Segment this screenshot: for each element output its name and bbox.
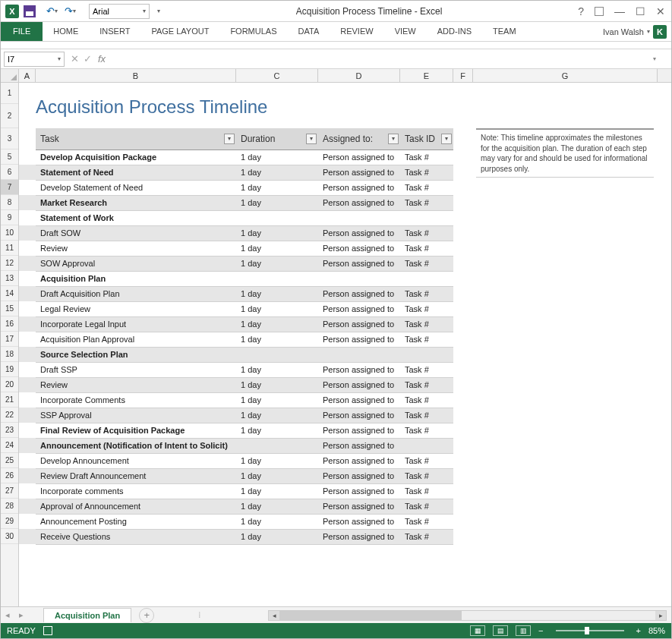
row-header[interactable]: 13	[1, 271, 18, 286]
table-row[interactable]: Review1 dayPerson assigned toTask #	[19, 377, 453, 392]
sheet-nav-next[interactable]: ▸	[14, 610, 28, 620]
table-row[interactable]: Approval of Announcement1 dayPerson assi…	[19, 499, 453, 514]
table-row[interactable]: Develop Announcement1 dayPerson assigned…	[19, 453, 453, 468]
tab-data[interactable]: DATA	[288, 22, 330, 41]
cell-task[interactable]: Receive Questions	[36, 529, 236, 544]
cell-taskid[interactable]: Task #	[400, 514, 453, 529]
cell-taskid[interactable]: Task #	[400, 362, 453, 377]
font-selector[interactable]: Arial ▾	[89, 4, 150, 19]
cell-duration[interactable]: 1 day	[236, 241, 318, 256]
cell-task[interactable]: Announcement Posting	[36, 514, 236, 529]
cell-duration[interactable]: 1 day	[236, 499, 318, 514]
filter-icon[interactable]: ▾	[306, 134, 317, 144]
cell-task[interactable]: Review Draft Announcement	[36, 468, 236, 483]
scroll-right-icon[interactable]: ▸	[655, 611, 666, 620]
cell-task[interactable]: Incorporate comments	[36, 483, 236, 499]
cell-taskid[interactable]: Task #	[400, 468, 453, 483]
cell-taskid[interactable]: Task #	[400, 150, 453, 165]
table-row[interactable]: Draft SOW1 dayPerson assigned toTask #	[19, 225, 453, 241]
cell-task[interactable]: Develop Announcement	[36, 453, 236, 468]
th-assigned[interactable]: Assigned to:▾	[318, 128, 400, 150]
horizontal-scrollbar[interactable]: ◂ ▸	[268, 610, 667, 621]
maximize-button[interactable]: ☐	[636, 5, 645, 17]
cell-task[interactable]: Draft SSP	[36, 362, 236, 377]
col-header-g[interactable]: G	[473, 69, 658, 82]
cell-duration[interactable]: 1 day	[236, 392, 318, 408]
cell-task[interactable]: Develop Acquisition Package	[36, 150, 236, 165]
cell-duration[interactable]: 1 day	[236, 332, 318, 347]
cell-assigned[interactable]	[318, 347, 400, 362]
cell-task[interactable]: Acquisition Plan	[36, 271, 236, 286]
cell-duration[interactable]: 1 day	[236, 256, 318, 271]
cell-assigned[interactable]: Person assigned to	[318, 195, 400, 210]
row-header[interactable]: 25	[1, 453, 18, 468]
table-row[interactable]: Review Draft Announcement1 dayPerson ass…	[19, 468, 453, 483]
cell-assigned[interactable]: Person assigned to	[318, 377, 400, 392]
row-header[interactable]: 23	[1, 423, 18, 438]
filter-icon[interactable]: ▾	[388, 134, 399, 144]
cell-taskid[interactable]	[400, 347, 453, 362]
row-header[interactable]: 21	[1, 392, 18, 408]
table-row[interactable]: SSP Approval1 dayPerson assigned toTask …	[19, 408, 453, 423]
cell-duration[interactable]	[236, 347, 318, 362]
th-duration[interactable]: Duration▾	[236, 128, 318, 150]
zoom-slider[interactable]	[556, 630, 624, 631]
cell-taskid[interactable]: Task #	[400, 256, 453, 271]
cell-task[interactable]: Approval of Announcement	[36, 499, 236, 514]
cell-duration[interactable]: 1 day	[236, 362, 318, 377]
cell-assigned[interactable]: Person assigned to	[318, 453, 400, 468]
col-header-d[interactable]: D	[318, 69, 400, 82]
table-row[interactable]: Final Review of Acquisition Package1 day…	[19, 423, 453, 438]
cell-assigned[interactable]: Person assigned to	[318, 332, 400, 347]
row-header[interactable]: 27	[1, 483, 18, 499]
cell-task[interactable]: Announcement (Notification of Intent to …	[36, 438, 236, 453]
cell-assigned[interactable]: Person assigned to	[318, 499, 400, 514]
help-icon[interactable]: ?	[578, 5, 584, 17]
sheet-nav-prev[interactable]: ◂	[1, 610, 14, 620]
scroll-thumb[interactable]	[279, 611, 462, 620]
cell-task[interactable]: Market Research	[36, 195, 236, 210]
cell-duration[interactable]: 1 day	[236, 195, 318, 210]
cell-assigned[interactable]	[318, 271, 400, 286]
cell-duration[interactable]: 1 day	[236, 301, 318, 316]
table-row[interactable]: Draft SSP1 dayPerson assigned toTask #	[19, 362, 453, 377]
view-normal-icon[interactable]: ▦	[470, 625, 485, 636]
cell-task[interactable]: Acquisition Plan Approval	[36, 332, 236, 347]
row-header[interactable]: 11	[1, 241, 18, 256]
add-sheet-button[interactable]: +	[139, 608, 154, 623]
cell-task[interactable]: Draft SOW	[36, 225, 236, 241]
cell-assigned[interactable]: Person assigned to	[318, 301, 400, 316]
cell-assigned[interactable]: Person assigned to	[318, 438, 400, 453]
tab-view[interactable]: VIEW	[384, 22, 427, 41]
cell-assigned[interactable]: Person assigned to	[318, 256, 400, 271]
row-header[interactable]: 16	[1, 316, 18, 332]
cell-assigned[interactable]: Person assigned to	[318, 241, 400, 256]
tab-formulas[interactable]: FORMULAS	[219, 22, 287, 41]
table-row[interactable]: Announcement (Notification of Intent to …	[19, 438, 453, 453]
cell-taskid[interactable]: Task #	[400, 241, 453, 256]
fx-icon[interactable]: fx	[98, 53, 106, 65]
col-header-c[interactable]: C	[236, 69, 318, 82]
cell-duration[interactable]: 1 day	[236, 377, 318, 392]
table-row[interactable]: Develop Statement of Need1 dayPerson ass…	[19, 180, 453, 195]
row-header[interactable]: 19	[1, 362, 18, 377]
row-header[interactable]: 12	[1, 256, 18, 271]
cell-assigned[interactable]: Person assigned to	[318, 423, 400, 438]
th-task[interactable]: Task▾	[36, 128, 236, 150]
row-header[interactable]: 14	[1, 286, 18, 301]
name-box[interactable]: I7 ▾	[4, 52, 65, 67]
row-header[interactable]: 15	[1, 301, 18, 316]
table-row[interactable]: Market Research1 dayPerson assigned toTa…	[19, 195, 453, 210]
filter-icon[interactable]: ▾	[224, 134, 235, 144]
col-header-b[interactable]: B	[36, 69, 236, 82]
tab-page-layout[interactable]: PAGE LAYOUT	[140, 22, 219, 41]
col-header-e[interactable]: E	[400, 69, 453, 82]
cell-assigned[interactable]: Person assigned to	[318, 529, 400, 544]
cell-task[interactable]: Legal Review	[36, 301, 236, 316]
cell-task[interactable]: SOW Approval	[36, 256, 236, 271]
table-row[interactable]: Legal Review1 dayPerson assigned toTask …	[19, 301, 453, 316]
cell-taskid[interactable]: Task #	[400, 483, 453, 499]
cell-duration[interactable]: 1 day	[236, 483, 318, 499]
table-row[interactable]: Announcement Posting1 dayPerson assigned…	[19, 514, 453, 529]
select-all-button[interactable]	[1, 69, 19, 82]
